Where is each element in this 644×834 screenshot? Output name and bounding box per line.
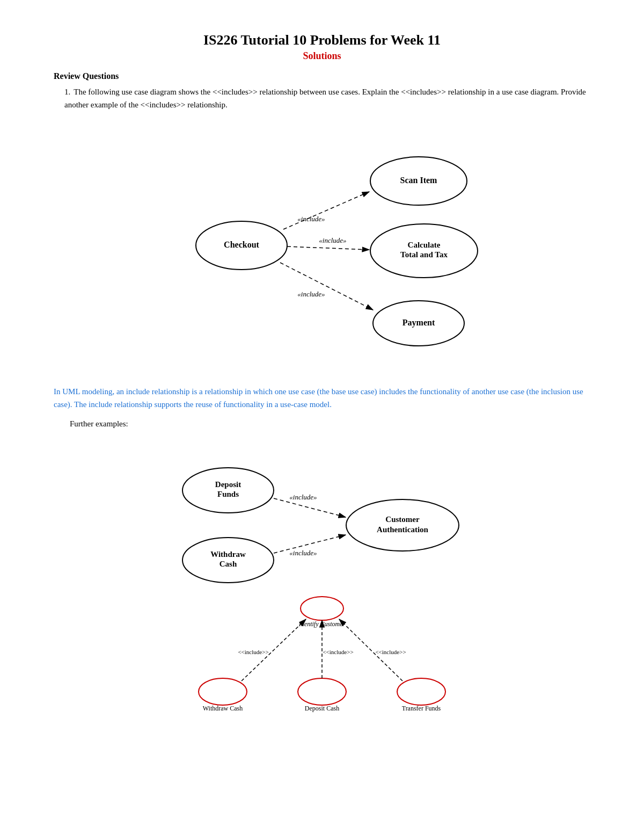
transfer-funds-label: Transfer Funds	[402, 705, 441, 712]
include-label-wc: <<include>>	[238, 649, 268, 655]
diagram1-container: Checkout Scan Item Calculate Total and T…	[54, 122, 590, 369]
include-label-d1: «include»	[289, 493, 317, 501]
diagram2-svg: Deposit Funds Withdraw Cash Customer Aut…	[129, 439, 515, 724]
include-label-tf: <<include>>	[375, 649, 406, 655]
review-questions-heading: Review Questions	[54, 71, 590, 81]
deposit-funds-label2: Funds	[217, 490, 239, 498]
question-1-text: The following use case diagram shows the…	[64, 88, 586, 109]
question-1: 1. The following use case diagram shows …	[64, 85, 590, 111]
arrow-checkout-payment	[280, 263, 373, 310]
diagram2-container: Deposit Funds Withdraw Cash Customer Aut…	[54, 439, 590, 724]
withdraw-cash-small-label: Withdraw Cash	[203, 705, 243, 712]
scan-item-label: Scan Item	[400, 176, 438, 185]
customer-auth-label2: Authentication	[377, 525, 428, 534]
identify-customer-ellipse	[301, 597, 343, 620]
page-title: IS226 Tutorial 10 Problems for Week 11	[54, 32, 590, 48]
solutions-label: Solutions	[54, 50, 590, 62]
deposit-cash-small-ellipse	[298, 678, 346, 705]
calc-total-label1: Calculate	[408, 241, 441, 249]
checkout-label: Checkout	[224, 240, 259, 249]
answer-text: In UML modeling, an include relationship…	[54, 385, 590, 411]
calc-total-label2: Total and Tax	[400, 250, 448, 259]
customer-auth-label1: Customer	[385, 515, 420, 524]
payment-label: Payment	[402, 318, 435, 328]
transfer-funds-ellipse	[397, 678, 445, 705]
diagram1-svg: Checkout Scan Item Calculate Total and T…	[134, 122, 510, 369]
arrow-checkout-calc	[287, 246, 369, 250]
include-label-2: «include»	[319, 236, 346, 244]
arrow-checkout-scan	[283, 192, 369, 229]
question-number: 1.	[64, 85, 70, 98]
include-label-3: «include»	[297, 290, 325, 298]
include-label-d2: «include»	[289, 549, 317, 557]
deposit-funds-label1: Deposit	[215, 480, 241, 489]
include-label-1: «include»	[297, 215, 325, 223]
include-label-dc: <<include>>	[323, 649, 353, 655]
withdraw-cash-label2: Cash	[219, 560, 237, 568]
withdraw-cash-label1: Withdraw	[210, 550, 246, 559]
withdraw-cash-small-ellipse	[199, 678, 247, 705]
arrow-deposit-auth	[274, 498, 346, 517]
further-examples: Further examples:	[70, 419, 590, 429]
deposit-cash-small-label: Deposit Cash	[305, 705, 339, 712]
